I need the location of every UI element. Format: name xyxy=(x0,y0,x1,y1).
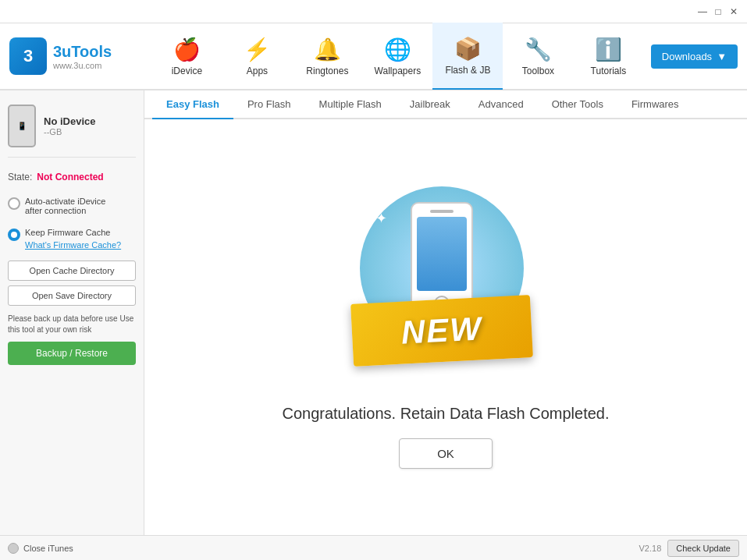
auto-activate-sub: after connection xyxy=(25,206,105,215)
tab-multiple-flash[interactable]: Multiple Flash xyxy=(305,90,396,119)
logo-title: 3uTools xyxy=(53,43,112,61)
phone-illustration: ✦ ✦ ✦ ✦ NEW xyxy=(360,186,532,389)
nav-ringtones[interactable]: 🔔 Ringtones xyxy=(292,23,362,90)
keep-firmware-option[interactable]: Keep Firmware Cache What's Firmware Cach… xyxy=(8,228,136,251)
tab-other-tools[interactable]: Other Tools xyxy=(538,90,617,119)
nav-flash-jb[interactable]: 📦 Flash & JB xyxy=(432,23,503,90)
auto-activate-option[interactable]: Auto-activate iDevice after connection xyxy=(8,197,136,215)
version-label: V2.18 xyxy=(639,544,662,553)
status-left: Close iTunes xyxy=(8,543,73,554)
tab-jailbreak[interactable]: Jailbreak xyxy=(396,90,464,119)
content-body: ✦ ✦ ✦ ✦ NEW Congratulations. Retain Data… xyxy=(144,119,747,535)
auto-activate-radio[interactable] xyxy=(8,197,20,210)
main-layout: 📱 No iDevice --GB State: Not Connected A… xyxy=(0,90,747,535)
status-right: V2.18 Check Update xyxy=(639,540,739,557)
open-save-directory-button[interactable]: Open Save Directory xyxy=(8,285,136,306)
minimize-button[interactable]: — xyxy=(695,5,710,19)
close-itunes-label[interactable]: Close iTunes xyxy=(23,544,73,553)
toolbox-icon: 🔧 xyxy=(525,37,552,62)
nav-wallpapers[interactable]: 🌐 Wallpapers xyxy=(362,23,432,90)
tab-pro-flash[interactable]: Pro Flash xyxy=(233,90,305,119)
tutorials-icon: ℹ️ xyxy=(595,37,622,62)
download-arrow-icon: ▼ xyxy=(717,51,727,62)
flash-icon: 📦 xyxy=(454,36,482,62)
close-button[interactable]: ✕ xyxy=(727,5,741,19)
nav-items: 🍎 iDevice ⚡ Apps 🔔 Ringtones 🌐 Wallpaper… xyxy=(144,23,651,89)
nav-ringtones-label: Ringtones xyxy=(306,66,348,76)
content-area: Easy Flash Pro Flash Multiple Flash Jail… xyxy=(144,90,747,535)
header: 3 3uTools www.3u.com 🍎 iDevice ⚡ Apps 🔔 … xyxy=(0,23,747,90)
device-area: 📱 No iDevice --GB xyxy=(8,98,136,158)
new-badge-text: NEW xyxy=(400,310,483,351)
keep-firmware-radio[interactable] xyxy=(8,229,20,241)
device-name: No iDevice xyxy=(44,115,95,127)
ringtones-icon: 🔔 xyxy=(314,37,341,62)
device-info: No iDevice --GB xyxy=(44,115,95,136)
logo-subtitle: www.3u.com xyxy=(53,61,112,70)
congratulations-text: Congratulations. Retain Data Flash Compl… xyxy=(282,405,609,423)
nav-idevice-label: iDevice xyxy=(172,66,202,76)
sidebar: 📱 No iDevice --GB State: Not Connected A… xyxy=(0,90,144,535)
state-value: Not Connected xyxy=(37,172,103,183)
nav-idevice[interactable]: 🍎 iDevice xyxy=(151,23,222,90)
nav-flash-label: Flash & JB xyxy=(445,65,490,76)
device-icon: 📱 xyxy=(8,105,36,147)
downloads-label: Downloads xyxy=(662,51,712,62)
downloads-button[interactable]: Downloads ▼ xyxy=(651,44,738,69)
warning-text: Please back up data before use Use this … xyxy=(8,314,136,335)
phone-screen xyxy=(417,217,467,291)
nav-toolbox-label: Toolbox xyxy=(522,66,554,76)
nav-tutorials[interactable]: ℹ️ Tutorials xyxy=(573,23,643,90)
state-label: State: xyxy=(8,172,32,183)
logo-icon: 3 xyxy=(9,37,47,75)
tab-firmwares[interactable]: Firmwares xyxy=(617,90,693,119)
keep-firmware-label: Keep Firmware Cache xyxy=(25,228,121,237)
itunes-status-circle xyxy=(8,543,19,554)
phone-speaker xyxy=(430,210,454,213)
tab-bar: Easy Flash Pro Flash Multiple Flash Jail… xyxy=(144,90,747,119)
apps-icon: ⚡ xyxy=(244,37,271,62)
firmware-cache-link[interactable]: What's Firmware Cache? xyxy=(25,240,121,250)
title-bar: — □ ✕ xyxy=(0,0,747,23)
logo-text: 3uTools www.3u.com xyxy=(53,43,112,70)
sparkle-icon-2: ✦ xyxy=(512,210,524,227)
auto-activate-label: Auto-activate iDevice xyxy=(25,197,105,206)
backup-restore-button[interactable]: Backup / Restore xyxy=(8,342,136,365)
nav-tutorials-label: Tutorials xyxy=(591,66,627,76)
tab-easy-flash[interactable]: Easy Flash xyxy=(152,90,233,119)
tab-advanced[interactable]: Advanced xyxy=(464,90,538,119)
new-banner: NEW xyxy=(350,295,533,367)
device-gb: --GB xyxy=(44,127,95,136)
ok-button[interactable]: OK xyxy=(399,438,493,469)
nav-toolbox[interactable]: 🔧 Toolbox xyxy=(503,23,573,90)
logo-area: 3 3uTools www.3u.com xyxy=(0,37,144,75)
nav-apps-label: Apps xyxy=(247,66,268,76)
open-cache-directory-button[interactable]: Open Cache Directory xyxy=(8,261,136,281)
nav-apps[interactable]: ⚡ Apps xyxy=(222,23,292,90)
state-row: State: Not Connected xyxy=(8,172,136,183)
nav-wallpapers-label: Wallpapers xyxy=(375,66,422,76)
sparkle-icon-1: ✦ xyxy=(375,210,387,227)
check-update-button[interactable]: Check Update xyxy=(667,540,739,557)
maximize-button[interactable]: □ xyxy=(711,5,725,19)
status-bar: Close iTunes V2.18 Check Update xyxy=(0,535,747,560)
wallpapers-icon: 🌐 xyxy=(384,37,411,62)
idevice-icon: 🍎 xyxy=(173,37,201,62)
